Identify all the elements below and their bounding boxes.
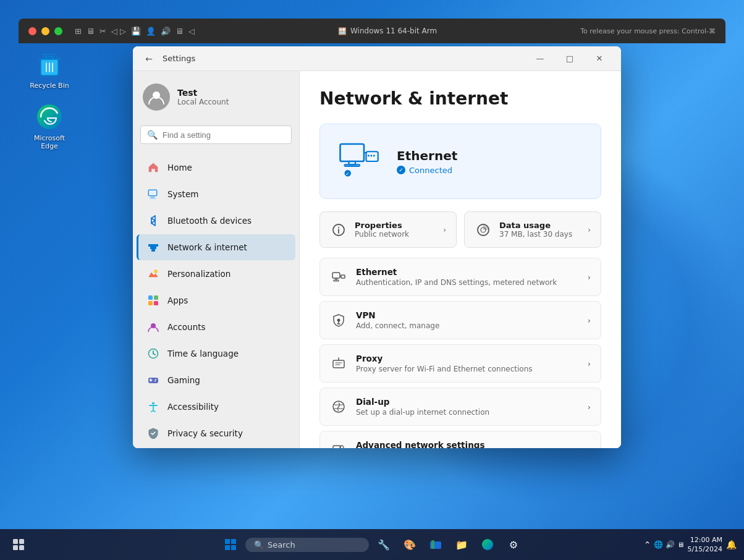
main-content: Network & internet xyxy=(300,71,621,448)
vpn-setting-row[interactable]: VPN Add, connect, manage › xyxy=(319,301,601,339)
minimize-button[interactable]: — xyxy=(526,49,554,69)
sidebar-item-accounts[interactable]: Accounts xyxy=(137,314,295,340)
data-usage-card[interactable]: Data usage 37 MB, last 30 days › xyxy=(464,211,601,248)
taskbar-search-label: Search xyxy=(268,540,295,549)
sidebar-item-apps[interactable]: Apps xyxy=(137,287,295,313)
taskbar: 🔍 Search 🔧 🎨 📁 xyxy=(0,529,744,560)
sidebar-item-bluetooth[interactable]: Bluetooth & devices xyxy=(137,208,295,234)
advanced-network-setting-info: Advanced network settings View all netwo… xyxy=(356,440,579,448)
taskbar-search-icon: 🔍 xyxy=(254,540,264,549)
start-button[interactable] xyxy=(219,533,242,556)
search-input[interactable] xyxy=(163,130,285,140)
svg-rect-60 xyxy=(13,545,18,550)
properties-icon xyxy=(330,221,347,239)
search-box[interactable]: 🔍 xyxy=(140,125,292,144)
microsoft-edge-icon[interactable]: Microsoft Edge xyxy=(25,102,74,150)
user-profile[interactable]: Test Local Account xyxy=(133,71,299,123)
ethernet-status: Connected xyxy=(397,166,457,175)
taskbar-settings-icon[interactable]: ⚙️ xyxy=(502,533,525,556)
recycle-bin-label: Recycle Bin xyxy=(30,82,69,90)
sidebar-item-system-label: System xyxy=(167,189,198,199)
sidebar-item-gaming[interactable]: Gaming xyxy=(137,367,295,393)
taskbar-app-icon-3[interactable] xyxy=(425,533,447,556)
vpn-setting-desc: Add, connect, manage xyxy=(356,321,579,330)
dialup-setting-desc: Set up a dial-up internet connection xyxy=(356,408,579,417)
tray-volume-icon[interactable]: 🔊 xyxy=(666,540,675,549)
sidebar-item-system[interactable]: System xyxy=(137,181,295,207)
ethernet-setting-row[interactable]: Ethernet Authentication, IP and DNS sett… xyxy=(319,258,601,296)
svg-rect-40 xyxy=(334,280,339,281)
sidebar-item-time-language[interactable]: Time & language xyxy=(137,341,295,367)
dialup-setting-info: Dial-up Set up a dial-up internet connec… xyxy=(356,397,579,417)
svg-rect-59 xyxy=(19,539,24,544)
sidebar-item-accessibility[interactable]: Accessibility xyxy=(137,394,295,420)
proxy-setting-row[interactable]: Proxy Proxy server for Wi-Fi and Etherne… xyxy=(319,344,601,383)
taskbar-search-box[interactable]: 🔍 Search xyxy=(245,538,369,552)
user-info: Test Local Account xyxy=(177,88,229,106)
tray-screen-icon[interactable]: 🖥 xyxy=(677,541,684,549)
properties-card[interactable]: Properties Public network › xyxy=(319,211,457,248)
sidebar-item-home-label: Home xyxy=(167,163,192,172)
settings-window-title: Settings xyxy=(163,54,195,63)
dialup-setting-row[interactable]: Dial-up Set up a dial-up internet connec… xyxy=(319,388,601,426)
sidebar-item-gaming-label: Gaming xyxy=(167,375,200,385)
close-button[interactable]: ✕ xyxy=(585,49,614,69)
desktop: ⊞ 🖥 ✂ ◁ ▷ 💾 👤 🔊 🖥 ◁ 🪟 Windows 11 64-bit … xyxy=(0,0,744,560)
ethernet-hero-icon: ✓ xyxy=(335,137,384,186)
privacy-icon xyxy=(146,426,160,440)
microsoft-edge-image xyxy=(35,102,64,132)
vpn-setting-name: VPN xyxy=(356,310,579,320)
advanced-network-setting-row[interactable]: Advanced network settings View all netwo… xyxy=(319,431,601,448)
taskbar-app-icon-4[interactable]: 📁 xyxy=(450,533,473,556)
bluetooth-icon xyxy=(146,214,160,227)
mac-close-button[interactable] xyxy=(28,27,36,35)
svg-rect-61 xyxy=(19,545,24,550)
dialup-setting-icon xyxy=(330,398,347,415)
svg-rect-62 xyxy=(225,539,230,544)
sidebar-item-bluetooth-label: Bluetooth & devices xyxy=(167,216,252,226)
taskbar-widgets-button[interactable] xyxy=(7,533,30,556)
properties-sub: Public network xyxy=(355,230,436,239)
personalization-icon xyxy=(146,267,160,281)
sidebar-item-network-label: Network & internet xyxy=(167,242,247,252)
data-usage-name: Data usage xyxy=(499,221,580,230)
recycle-bin-icon[interactable]: Recycle Bin xyxy=(25,49,74,90)
taskbar-clock[interactable]: 12:00 AM 5/15/2024 xyxy=(688,535,722,554)
status-dot xyxy=(397,166,405,174)
svg-rect-58 xyxy=(13,539,18,544)
sidebar-item-personalization[interactable]: Personalization xyxy=(137,261,295,287)
accessibility-icon xyxy=(146,400,160,414)
taskbar-edge-icon[interactable] xyxy=(476,533,499,556)
advanced-network-setting-name: Advanced network settings xyxy=(356,440,579,448)
mac-minimize-button[interactable] xyxy=(41,27,49,35)
sidebar-item-home[interactable]: Home xyxy=(137,155,295,180)
svg-rect-4 xyxy=(151,197,154,198)
taskbar-date-text: 5/15/2024 xyxy=(688,545,722,554)
user-name: Test xyxy=(177,88,229,98)
svg-rect-30 xyxy=(373,155,375,157)
svg-rect-11 xyxy=(153,248,154,252)
taskbar-app-icon-2[interactable]: 🎨 xyxy=(399,533,421,556)
mac-maximize-button[interactable] xyxy=(54,27,62,35)
sidebar-item-time-language-label: Time & language xyxy=(167,349,239,358)
taskbar-time-text: 12:00 AM xyxy=(688,535,722,545)
ethernet-setting-desc: Authentication, IP and DNS settings, met… xyxy=(356,278,579,287)
proxy-setting-name: Proxy xyxy=(356,354,579,363)
tray-expand-icon[interactable]: ⌃ xyxy=(644,540,651,549)
properties-name: Properties xyxy=(355,221,436,230)
mac-release-hint: To release your mouse press: Control-⌘ xyxy=(580,27,716,35)
taskbar-notification-icon[interactable]: 🔔 xyxy=(726,540,737,549)
data-usage-arrow: › xyxy=(588,226,591,234)
taskbar-app-icon-1[interactable]: 🔧 xyxy=(373,533,395,556)
sidebar-item-privacy[interactable]: Privacy & security xyxy=(137,420,295,446)
tray-network-icon[interactable]: 🌐 xyxy=(654,540,663,549)
sidebar-item-apps-label: Apps xyxy=(167,295,188,305)
sidebar-item-privacy-label: Privacy & security xyxy=(167,428,243,438)
ethernet-chevron-icon: › xyxy=(588,273,591,282)
recycle-bin-image xyxy=(35,49,64,79)
svg-rect-26 xyxy=(345,164,360,166)
back-button[interactable]: ← xyxy=(140,50,158,67)
sidebar-item-network[interactable]: Network & internet xyxy=(137,234,295,260)
time-language-icon xyxy=(146,347,160,360)
maximize-button[interactable]: □ xyxy=(556,49,584,69)
